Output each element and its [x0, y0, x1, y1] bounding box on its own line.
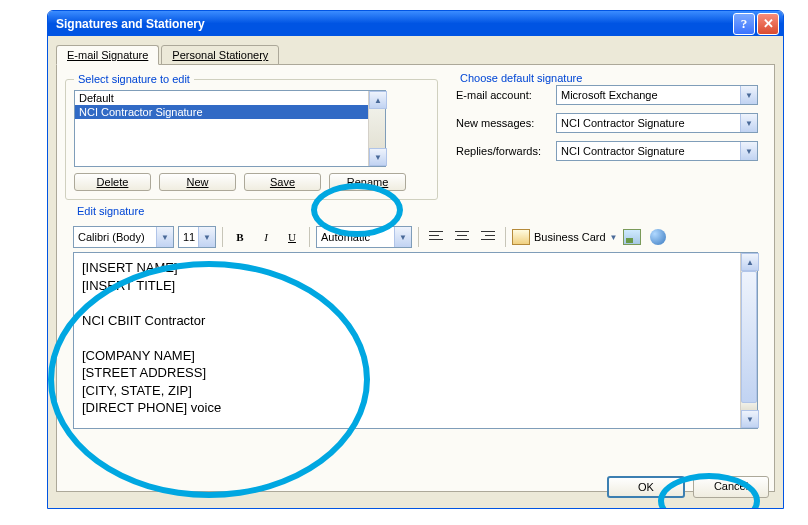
scroll-up-button[interactable]: ▲: [741, 253, 759, 271]
tabs: E-mail Signature Personal Stationery: [56, 45, 775, 65]
edit-signature-group: Edit signature Calibri (Body) ▼ 11 ▼ B I…: [65, 212, 766, 437]
separator: [505, 227, 506, 247]
new-button[interactable]: New: [159, 173, 236, 191]
separator: [222, 227, 223, 247]
select-signature-group: Select signature to edit Default NCI Con…: [65, 79, 438, 200]
tab-personal-stationery[interactable]: Personal Stationery: [161, 45, 279, 65]
new-messages-combo[interactable]: NCI Contractor Signature ▼: [556, 113, 758, 133]
italic-button[interactable]: I: [255, 226, 277, 248]
ok-button[interactable]: OK: [607, 476, 685, 498]
dialog-footer: OK Cancel: [607, 476, 769, 498]
separator: [309, 227, 310, 247]
chevron-down-icon: ▼: [740, 86, 757, 104]
chevron-down-icon: ▼: [740, 114, 757, 132]
chevron-down-icon: ▼: [394, 227, 411, 247]
business-card-button[interactable]: Business Card ▼: [512, 229, 617, 245]
align-right-button[interactable]: [477, 226, 499, 248]
editor-scrollbar[interactable]: ▲ ▼: [740, 253, 757, 428]
align-left-icon: [429, 231, 443, 243]
replies-forwards-combo[interactable]: NCI Contractor Signature ▼: [556, 141, 758, 161]
edit-signature-legend: Edit signature: [73, 205, 148, 217]
dialog-title: Signatures and Stationery: [56, 17, 733, 31]
chevron-down-icon: ▼: [198, 227, 215, 247]
cancel-button[interactable]: Cancel: [693, 476, 769, 498]
rename-button[interactable]: Rename: [329, 173, 406, 191]
list-item[interactable]: NCI Contractor Signature: [75, 105, 385, 119]
business-card-icon: [512, 229, 530, 245]
close-button[interactable]: ✕: [757, 13, 779, 35]
editor-content[interactable]: [INSERT NAME] [INSERT TITLE] NCI CBIIT C…: [74, 253, 757, 423]
help-button[interactable]: ?: [733, 13, 755, 35]
font-color-combo[interactable]: Automatic ▼: [316, 226, 412, 248]
close-icon: ✕: [763, 16, 774, 32]
editor-toolbar: Calibri (Body) ▼ 11 ▼ B I U Automatic ▼: [73, 226, 758, 248]
scroll-track[interactable]: [369, 109, 385, 148]
signature-editor[interactable]: [INSERT NAME] [INSERT TITLE] NCI CBIIT C…: [73, 252, 758, 429]
default-signature-legend: Choose default signature: [456, 72, 586, 84]
bold-button[interactable]: B: [229, 226, 251, 248]
select-signature-legend: Select signature to edit: [74, 73, 194, 85]
delete-button[interactable]: Delete: [74, 173, 151, 191]
replies-forwards-label: Replies/forwards:: [456, 145, 556, 157]
email-account-combo[interactable]: Microsoft Exchange ▼: [556, 85, 758, 105]
tab-email-signature[interactable]: E-mail Signature: [56, 45, 159, 65]
email-account-label: E-mail account:: [456, 89, 556, 101]
chevron-down-icon: ▼: [156, 227, 173, 247]
scroll-track[interactable]: [741, 403, 757, 410]
font-size-combo[interactable]: 11 ▼: [178, 226, 216, 248]
insert-picture-button[interactable]: [621, 226, 643, 248]
align-center-button[interactable]: [451, 226, 473, 248]
align-right-icon: [481, 231, 495, 243]
default-signature-group: Choose default signature E-mail account:…: [448, 79, 766, 200]
chevron-down-icon: ▼: [740, 142, 757, 160]
scroll-thumb[interactable]: [741, 271, 757, 403]
tab-panel: Select signature to edit Default NCI Con…: [56, 64, 775, 492]
underline-button[interactable]: U: [281, 226, 303, 248]
align-left-button[interactable]: [425, 226, 447, 248]
signature-list[interactable]: Default NCI Contractor Signature ▲ ▼: [74, 90, 386, 167]
align-center-icon: [455, 231, 469, 243]
save-button[interactable]: Save: [244, 173, 321, 191]
hyperlink-icon: [650, 229, 666, 245]
chevron-down-icon: ▼: [610, 233, 618, 242]
list-item[interactable]: Default: [75, 91, 385, 105]
list-scrollbar[interactable]: ▲ ▼: [368, 91, 385, 166]
picture-icon: [623, 229, 641, 245]
scroll-up-button[interactable]: ▲: [369, 91, 387, 109]
insert-hyperlink-button[interactable]: [647, 226, 669, 248]
scroll-down-button[interactable]: ▼: [741, 410, 759, 428]
new-messages-label: New messages:: [456, 117, 556, 129]
separator: [418, 227, 419, 247]
font-combo[interactable]: Calibri (Body) ▼: [73, 226, 174, 248]
signatures-dialog: Signatures and Stationery ? ✕ E-mail Sig…: [47, 10, 784, 509]
titlebar[interactable]: Signatures and Stationery ? ✕: [48, 11, 783, 36]
scroll-down-button[interactable]: ▼: [369, 148, 387, 166]
